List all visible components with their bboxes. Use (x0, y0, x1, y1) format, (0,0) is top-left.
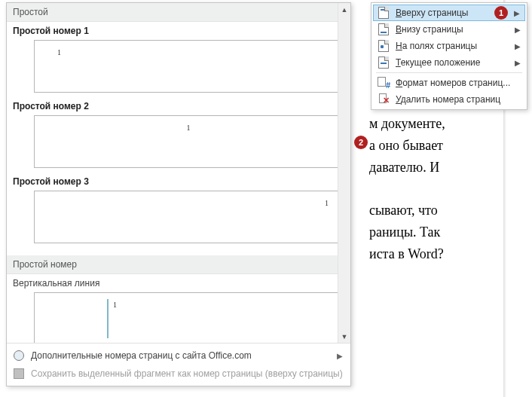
footer-save-label: Сохранить выделенный фрагмент как номер … (31, 368, 343, 379)
menu-format-label: Формат номеров страниц... (396, 78, 510, 88)
format-number-icon: # (378, 77, 390, 89)
menu-top-label: Вверху страницы (396, 8, 468, 18)
scroll-up-button[interactable]: ▲ (338, 3, 351, 16)
gallery-preview-4[interactable]: 1 (34, 292, 343, 343)
page-number-sample: 1 (325, 199, 329, 207)
page-number-sample: 1 (113, 301, 117, 309)
chevron-right-icon: ▶ (337, 352, 343, 360)
page-number-sample: 1 (187, 124, 191, 132)
page-number-gallery: Простой Простой номер 1 1 Простой номер … (6, 2, 351, 386)
more-from-office-com[interactable]: Дополнительные номера страниц с сайта Of… (7, 347, 350, 365)
page-number-sample: 1 (57, 48, 61, 56)
menu-remove-page-numbers[interactable]: ✕ Удалить номера страниц (373, 91, 525, 108)
menu-bottom-label: Внизу страницы (396, 24, 463, 35)
chevron-right-icon: ▶ (514, 9, 520, 17)
page-current-icon (378, 56, 390, 69)
page-bottom-icon (378, 23, 390, 35)
menu-format-page-numbers[interactable]: # Формат номеров страниц... (373, 75, 525, 91)
menu-bottom-of-page[interactable]: Внизу страницы ▶ (373, 21, 525, 38)
menu-page-margins[interactable]: На полях страницы ▶ (373, 38, 525, 54)
chevron-right-icon: ▶ (515, 26, 521, 34)
menu-remove-label: Удалить номера страниц (396, 94, 500, 105)
gallery-preview-2[interactable]: 1 (34, 115, 343, 168)
globe-icon (13, 350, 25, 362)
menu-current-label: Текущее положение (396, 57, 480, 68)
gallery-preview-1[interactable]: 1 (34, 40, 343, 93)
scroll-down-button[interactable]: ▼ (338, 330, 351, 343)
gallery-body: Простой Простой номер 1 1 Простой номер … (7, 3, 350, 343)
page-margins-icon (378, 40, 390, 52)
gallery-item-label-2: Простой номер 2 (7, 97, 350, 114)
menu-separator (376, 72, 522, 73)
menu-current-position[interactable]: Текущее положение ▶ (373, 54, 525, 71)
gallery-section-simple: Простой (7, 3, 350, 22)
save-selection-as-page-number: Сохранить выделенный фрагмент как номер … (7, 365, 350, 383)
gallery-preview-3[interactable]: 1 (34, 191, 343, 243)
menu-margins-label: На полях страницы (396, 41, 477, 51)
annotation-badge-2: 2 (354, 136, 368, 149)
chevron-right-icon: ▶ (515, 42, 521, 50)
document-body-text: м документе, а оно бывает давателю. И сы… (369, 113, 445, 265)
gallery-item-label-3: Простой номер 3 (7, 173, 350, 189)
save-icon (13, 368, 25, 380)
annotation-badge-1: 1 (494, 6, 508, 20)
remove-number-icon: ✕ (378, 93, 390, 105)
gallery-section-plain: Простой номер (7, 255, 350, 274)
vertical-line-decoration (107, 299, 109, 338)
gallery-item-label-4: Вертикальная линия (7, 274, 350, 291)
gallery-item-label-1: Простой номер 1 (7, 22, 350, 38)
gallery-scrollbar[interactable]: ▲ ▼ (338, 3, 350, 343)
chevron-right-icon: ▶ (515, 59, 521, 67)
page-top-icon (378, 7, 390, 19)
footer-more-label: Дополнительные номера страниц с сайта Of… (31, 350, 252, 361)
gallery-footer: Дополнительные номера страниц с сайта Of… (7, 343, 350, 386)
